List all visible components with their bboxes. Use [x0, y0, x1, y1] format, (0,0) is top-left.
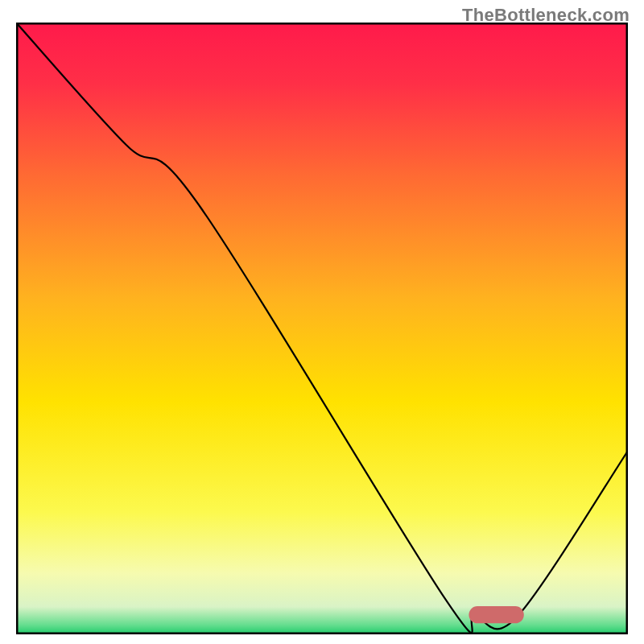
chart-svg	[16, 23, 628, 634]
optimal-marker	[469, 606, 523, 623]
chart-plot	[16, 23, 628, 634]
gradient-background	[16, 23, 628, 634]
chart-stage: TheBottleneck.com	[0, 0, 644, 644]
